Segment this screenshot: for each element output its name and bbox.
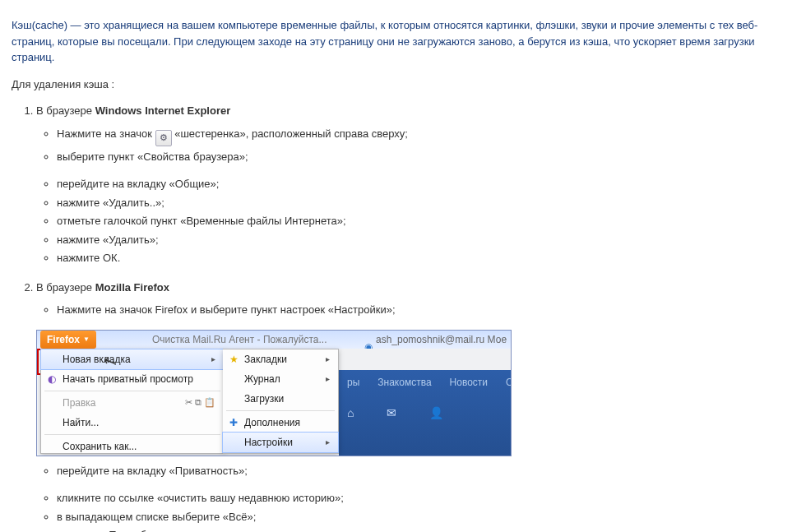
ie-steps-a: Нажмите на значок ⚙ «шестеренка», распол… [36,126,780,165]
ie-step-4: нажмите «Удалить..»; [57,195,780,211]
background-toolbar-top [339,349,511,370]
browser-list-item-ie: В браузере Windows Internet Explorer Наж… [36,103,780,266]
browser-list: В браузере Windows Internet Explorer Наж… [12,103,780,532]
ff-step-3: кликните по ссылке «очистить вашу недавн… [57,490,780,507]
browser-list-item-ff: В браузере Mozilla Firefox Нажмите на зн… [36,280,780,533]
ff-step-4: в выпадающем списке выберите «Всё»; [57,509,780,525]
menu-separator [44,391,220,391]
letter-icon: ✉ [387,405,396,422]
chevron-right-icon: ▸ [326,353,330,365]
ie-step-7: нажмите ОК. [57,250,780,266]
ie-step-5: отметьте галочкой пункт «Временные файлы… [57,213,780,229]
delete-heading: Для удаления кэша : [12,76,780,93]
chevron-right-icon: ▸ [326,436,330,448]
ie-step-6: нажмите «Удалить»; [57,232,780,248]
chevron-right-icon: ▸ [211,353,215,365]
ff-step-2: перейдите на вкладку «Приватность»; [57,463,780,479]
menu-item-settings[interactable]: Настройки ▸ [222,432,339,453]
ff-steps-b: перейдите на вкладку «Приватность»; [36,463,780,479]
cut-icon[interactable]: ✂ [185,396,192,409]
menu-item-save-as[interactable]: Сохранить как... [41,437,224,456]
menu-item-private-browsing[interactable]: ◐ Начать приватный просмотр [41,369,224,389]
ie-name: Windows Internet Explorer [95,104,231,117]
chevron-right-icon: ▸ [326,372,330,385]
chevron-down-icon: ▼ [83,335,90,345]
mask-icon: ◐ [45,372,58,386]
puzzle-icon: ✚ [227,415,240,430]
star-icon: ★ [227,352,240,367]
ff-steps-c: кликните по ссылке «очистить вашу недавн… [36,490,780,532]
menu-item-new-tab[interactable]: Новая вкладка ▸ [40,349,225,370]
menu-item-bookmarks[interactable]: ★ Закладки ▸ [223,349,338,369]
menu-item-addons[interactable]: ✚ Дополнения [223,413,338,433]
intro-paragraph: Кэш(cache) — это хранящиеся на вашем ком… [12,17,780,66]
ff-steps-a: Нажмите на значок Firefox и выберите пун… [36,302,780,318]
ie-step-3: перейдите на вкладку «Общие»; [57,176,780,192]
gear-icon: ⚙ [155,130,172,146]
ie-step-2: выберите пункт «Свойства браузера»; [57,149,780,165]
menu-item-downloads[interactable]: Загрузки [223,389,338,409]
ff-prefix: В браузере [36,281,95,294]
ie-step-1: Нажмите на значок ⚙ «шестеренка», распол… [57,126,780,146]
background-toolbar: ры Знакомства Новости О ⌂ ✉ 👤 [339,370,511,456]
firefox-menu-right-panel: ★ Закладки ▸ Журнал ▸ Загрузки ✚ Дополне… [223,349,339,454]
firefox-app-button[interactable]: Firefox▼ [40,331,96,349]
firefox-menu-screenshot: Firefox▼ Очистка Mail.Ru Агент - Пожалуй… [36,330,512,456]
menu-item-find[interactable]: Найти... [41,413,224,433]
firefox-menu-left: Новая вкладка ▸ ◐ Начать приватный просм… [40,349,225,454]
ff-name: Mozilla Firefox [95,281,169,294]
copy-icon[interactable]: ⧉ [195,396,201,409]
ff-step-5: нажмите «Подробности»; [57,527,780,532]
ie-steps-b: перейдите на вкладку «Общие»; нажмите «У… [36,176,780,266]
menu-separator [44,434,220,435]
menu-item-edit: Правка ✂ ⧉ 📋 [41,393,224,413]
menu-separator [226,410,335,411]
ff-step-1: Нажмите на значок Firefox и выберите пун… [57,302,780,318]
person-icon: 👤 [429,405,443,422]
home-icon: ⌂ [347,405,354,422]
menu-item-history[interactable]: Журнал ▸ [223,369,338,389]
paste-icon[interactable]: 📋 [204,396,215,409]
browser-tab-1[interactable]: Очистка Mail.Ru Агент - Пожалуйста... [152,332,327,347]
ie-prefix: В браузере [36,104,95,117]
